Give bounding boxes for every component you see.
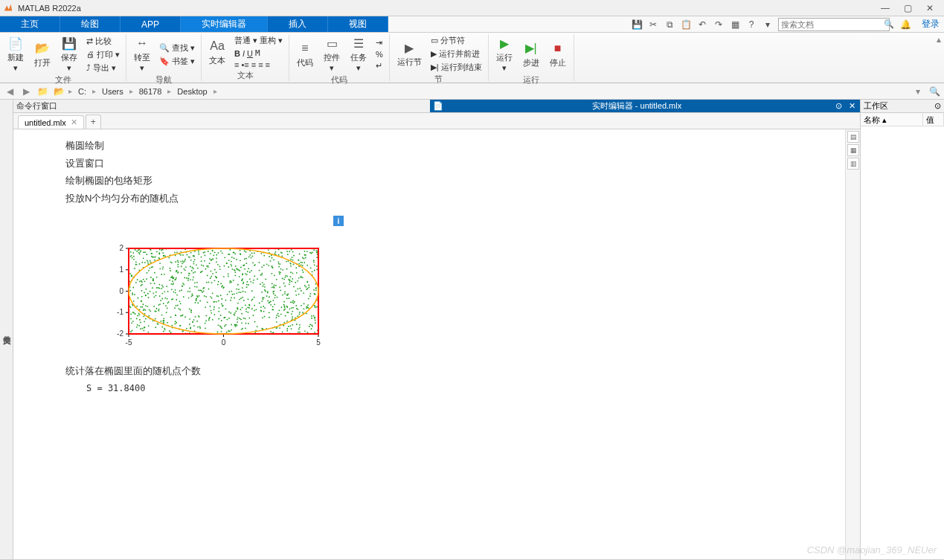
print-button[interactable]: 🖨打印 ▾ <box>83 48 123 61</box>
svg-point-822 <box>205 296 207 297</box>
tab-view[interactable]: 视图 <box>328 16 388 32</box>
tab-live-editor[interactable]: 实时编辑器 <box>181 16 268 32</box>
compare-button[interactable]: ⇄比较 <box>83 35 123 48</box>
crumb-user[interactable]: 86178 <box>136 87 165 96</box>
bullet-list-icon[interactable]: •≡ <box>241 60 248 69</box>
text-line[interactable]: 统计落在椭圆里面的随机点个数 <box>65 364 793 379</box>
task-button[interactable]: ☰任务▾ <box>346 34 371 74</box>
editor-body[interactable]: 椭圆绘制 设置窗口 绘制椭圆的包络矩形 投放N个均匀分布的随机点 i -505-… <box>13 129 860 559</box>
command-window-header[interactable]: 命令行窗口 <box>13 100 430 113</box>
undo-icon[interactable]: ↶ <box>696 19 708 30</box>
numbered-list-icon[interactable]: ≡ <box>234 60 239 69</box>
svg-point-821 <box>299 288 301 289</box>
align-left-icon[interactable]: ≡ <box>251 60 256 69</box>
view-output-bottom-icon[interactable]: ▦ <box>847 144 859 156</box>
crumb-desktop[interactable]: Desktop <box>174 87 210 96</box>
workspace-menu-icon[interactable]: ⊙ <box>934 101 941 111</box>
tab-plots[interactable]: 绘图 <box>60 16 121 32</box>
export-button[interactable]: ⤴导出 ▾ <box>83 62 123 74</box>
panel-maximize-icon[interactable]: ⊙ <box>833 101 844 111</box>
close-window-button[interactable]: ✕ <box>919 3 941 13</box>
bold-button[interactable]: B <box>234 49 240 58</box>
back-button[interactable]: ◀ <box>3 85 16 98</box>
addr-dropdown-button[interactable]: ▾ <box>911 85 925 98</box>
save-button[interactable]: 💾保存▾ <box>57 34 82 74</box>
text-style-dropdown[interactable]: 普通 ▾ 重构 ▾ <box>231 34 286 47</box>
open-button[interactable]: 📂打开 <box>30 39 55 70</box>
new-tab-button[interactable]: + <box>86 115 101 129</box>
text-line[interactable]: 投放N个均匀分布的随机点 <box>65 191 793 206</box>
find-button[interactable]: 🔍查找 ▾ <box>156 42 198 54</box>
paste-icon[interactable]: 📋 <box>680 19 692 30</box>
svg-point-421 <box>304 285 306 286</box>
layout-icon[interactable]: ▦ <box>729 19 741 30</box>
align-right-icon[interactable]: ≡ <box>266 60 270 69</box>
comment-icon[interactable]: % <box>373 49 386 59</box>
col-value[interactable]: 值 <box>923 113 944 126</box>
run-button[interactable]: ▶运行▾ <box>492 34 517 74</box>
wrap-icon[interactable]: ↵ <box>373 60 386 71</box>
svg-point-718 <box>292 311 293 312</box>
code-button[interactable]: ≡代码 <box>292 39 318 70</box>
info-icon[interactable]: i <box>333 216 344 226</box>
italic-button[interactable]: I <box>243 49 245 58</box>
workspace-body[interactable] <box>861 126 944 559</box>
text-line[interactable]: 椭圆绘制 <box>65 138 793 153</box>
search-docs-box[interactable]: 🔍 <box>778 18 890 31</box>
view-output-right-icon[interactable]: ▤ <box>847 131 859 143</box>
goto-button[interactable]: ↔转至▾ <box>129 34 155 74</box>
tab-insert[interactable]: 插入 <box>268 16 328 32</box>
cut-icon[interactable]: ✂ <box>647 19 659 30</box>
run-section-button[interactable]: ▶运行节 <box>393 39 426 69</box>
col-name[interactable]: 名称 ▴ <box>861 113 923 126</box>
run-advance-button[interactable]: ▶运行并前进 <box>428 48 485 60</box>
svg-point-950 <box>156 251 158 253</box>
login-link[interactable]: 登录 <box>922 18 940 30</box>
control-button[interactable]: ▭控件▾ <box>319 34 344 74</box>
crumb-c[interactable]: C: <box>75 87 89 96</box>
search-addr-icon[interactable]: 🔍 <box>928 85 941 98</box>
panel-close-icon[interactable]: ✕ <box>847 101 857 111</box>
svg-point-978 <box>192 321 193 323</box>
file-tab[interactable]: untitled.mlx ✕ <box>18 115 84 129</box>
tab-home[interactable]: 主页 <box>0 16 60 32</box>
svg-point-914 <box>152 280 154 281</box>
notifications-icon[interactable]: 🔔 <box>900 19 911 30</box>
toolstrip-collapse-button[interactable]: ▴ <box>934 34 944 81</box>
help-icon[interactable]: ? <box>745 19 757 30</box>
run-to-end-button[interactable]: ▶|运行到结束 <box>428 61 485 74</box>
minimize-button[interactable]: — <box>874 3 896 13</box>
save-icon[interactable]: 💾 <box>631 19 643 30</box>
forward-button[interactable]: ▶ <box>19 85 33 98</box>
text-button[interactable]: Aa文本 <box>205 37 230 68</box>
editor-header[interactable]: 📄 实时编辑器 - untitled.mlx ⊙ ✕ <box>430 100 860 113</box>
bookmark-button[interactable]: 🔖书签 ▾ <box>156 55 198 68</box>
maximize-button[interactable]: ▢ <box>896 3 919 13</box>
chevron-down-icon[interactable]: ▾ <box>762 19 774 30</box>
step-button[interactable]: ▶|步进 <box>518 39 544 70</box>
tab-apps[interactable]: APP <box>121 16 181 32</box>
current-folder-tab[interactable]: 当前文件夹 <box>0 100 13 559</box>
copy-icon[interactable]: ⧉ <box>664 19 675 30</box>
browse-folder-icon[interactable]: 📂 <box>52 85 65 98</box>
text-line[interactable]: 设置窗口 <box>65 156 793 171</box>
monospace-button[interactable]: M <box>255 48 260 58</box>
refactor-button[interactable]: 重构 <box>260 35 276 46</box>
underline-button[interactable]: U <box>247 49 253 58</box>
indent-icon[interactable]: ⇥ <box>373 37 386 48</box>
text-line[interactable]: 绘制椭圆的包络矩形 <box>65 173 793 188</box>
stop-button[interactable]: ■停止 <box>545 39 571 70</box>
svg-point-945 <box>175 315 176 316</box>
align-center-icon[interactable]: ≡ <box>258 60 263 69</box>
new-button[interactable]: 📄新建▾ <box>3 34 28 74</box>
close-tab-icon[interactable]: ✕ <box>71 118 77 127</box>
view-output-inline-icon[interactable]: ▥ <box>847 158 859 170</box>
search-icon[interactable]: 🔍 <box>884 19 894 29</box>
crumb-users[interactable]: Users <box>99 87 126 96</box>
workspace-header[interactable]: 工作区 ⊙ <box>861 100 944 113</box>
redo-icon[interactable]: ↷ <box>713 19 725 30</box>
svg-point-359 <box>228 266 229 268</box>
search-docs-input[interactable] <box>781 20 884 29</box>
up-folder-icon[interactable]: 📁 <box>36 85 49 98</box>
section-break-button[interactable]: ▭分节符 <box>428 34 485 47</box>
